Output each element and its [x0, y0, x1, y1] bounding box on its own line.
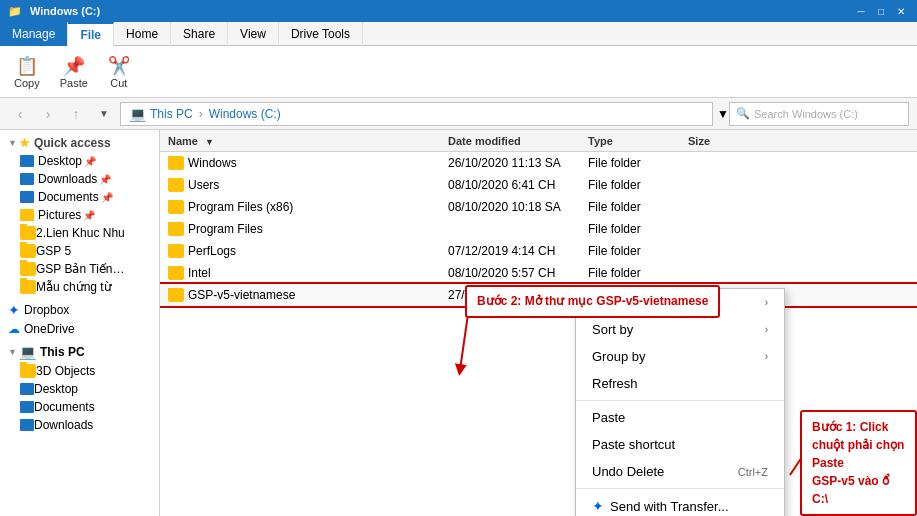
file-list-header: Name ▼ Date modified Type Size: [160, 130, 917, 152]
ctx-sep-2: [576, 488, 784, 489]
tab-manage[interactable]: Manage: [0, 22, 68, 46]
path-dropdown-btn[interactable]: ▼: [717, 107, 725, 121]
sidebar-downloads-2-label: Downloads: [34, 418, 93, 432]
type-intel: File folder: [584, 266, 684, 280]
file-row-windows[interactable]: Windows 26/10/2020 11:13 SA File folder: [160, 152, 917, 174]
sidebar-gsp-ban-label: GSP Bản Tiếng V: [36, 262, 126, 276]
col-header-date[interactable]: Date modified: [444, 135, 584, 147]
path-arrow-1: ›: [199, 107, 203, 121]
documents-icon: [20, 191, 34, 203]
sidebar-desktop-1[interactable]: Desktop 📌: [0, 152, 159, 170]
ctx-sort-by[interactable]: Sort by ›: [576, 316, 784, 343]
minimize-button[interactable]: ─: [853, 3, 869, 19]
ribbon-btn-paste[interactable]: 📌 Paste: [54, 53, 94, 91]
address-bar: ‹ › ↑ ▼ 💻 This PC › Windows (C:) ▼ 🔍 Sea…: [0, 98, 917, 130]
ctx-undo-shortcut: Ctrl+Z: [738, 466, 768, 478]
file-row-programfiles[interactable]: Program Files File folder: [160, 218, 917, 240]
downloads-icon-2: [20, 419, 34, 431]
folder-icon: [168, 156, 184, 170]
sidebar-dropbox-label: Dropbox: [24, 303, 69, 317]
col-header-size[interactable]: Size: [684, 135, 764, 147]
sidebar-lien-khuc[interactable]: 2.Lien Khuc Nhu: [0, 224, 159, 242]
sidebar-downloads-1[interactable]: Downloads 📌: [0, 170, 159, 188]
type-pf: File folder: [584, 222, 684, 236]
sidebar-quick-access[interactable]: ▼ ★ Quick access: [0, 134, 159, 152]
tab-file[interactable]: File: [68, 22, 114, 46]
context-menu: View › Sort by › Group by › Refresh Past…: [575, 288, 785, 516]
pin-icon-1: 📌: [84, 156, 96, 167]
main-layout: ▼ ★ Quick access Desktop 📌 Downloads 📌 D…: [0, 130, 917, 516]
tab-drive-tools[interactable]: Drive Tools: [279, 22, 363, 46]
folder-icon-gsp: [168, 288, 184, 302]
recent-locations-button[interactable]: ▼: [92, 102, 116, 126]
desktop-icon-2: [20, 383, 34, 395]
maximize-button[interactable]: □: [873, 3, 889, 19]
search-box[interactable]: 🔍 Search Windows (C:): [729, 102, 909, 126]
ribbon-btn-cut[interactable]: ✂️ Cut: [102, 53, 136, 91]
folder-icon-gspban: [20, 262, 36, 276]
folder-icon-lk: [20, 226, 36, 240]
right-panel: Name ▼ Date modified Type Size Windows 2…: [160, 130, 917, 516]
sidebar-mau-chung[interactable]: Mẫu chứng từ: [0, 278, 159, 296]
ctx-send-transfer[interactable]: ✦ Send with Transfer...: [576, 492, 784, 516]
tab-view[interactable]: View: [228, 22, 279, 46]
ctx-sep-1: [576, 400, 784, 401]
close-button[interactable]: ✕: [893, 3, 909, 19]
path-this-pc: This PC: [150, 107, 193, 121]
desktop-icon: [20, 155, 34, 167]
col-header-type[interactable]: Type: [584, 135, 684, 147]
back-button[interactable]: ‹: [8, 102, 32, 126]
left-panel: ▼ ★ Quick access Desktop 📌 Downloads 📌 D…: [0, 130, 160, 516]
file-row-users[interactable]: Users 08/10/2020 6:41 CH File folder: [160, 174, 917, 196]
sidebar-downloads-2[interactable]: Downloads: [0, 416, 159, 434]
up-button[interactable]: ↑: [64, 102, 88, 126]
file-row-intel[interactable]: Intel 08/10/2020 5:57 CH File folder: [160, 262, 917, 284]
ribbon-btn-copy[interactable]: 📋 Copy: [8, 53, 46, 91]
ctx-group-arrow: ›: [765, 351, 768, 362]
date-windows: 26/10/2020 11:13 SA: [444, 156, 584, 170]
sidebar-this-pc[interactable]: ▼ 💻 This PC: [0, 342, 159, 362]
sidebar-pictures-1-label: Pictures: [38, 208, 81, 222]
sidebar-lien-khuc-label: 2.Lien Khuc Nhu: [36, 226, 125, 240]
ctx-undo-delete[interactable]: Undo Delete Ctrl+Z: [576, 458, 784, 485]
folder-icon: [168, 178, 184, 192]
callout-buoc1: Bước 1: Click chuột phải chọn PasteGSP-v…: [800, 410, 917, 516]
sidebar-gsp5[interactable]: GSP 5: [0, 242, 159, 260]
sidebar-dropbox[interactable]: ✦ Dropbox: [0, 300, 159, 320]
sidebar-onedrive[interactable]: ☁ OneDrive: [0, 320, 159, 338]
folder-icon-3d: [20, 364, 36, 378]
folder-icon: [168, 244, 184, 258]
ctx-paste[interactable]: Paste: [576, 404, 784, 431]
sidebar-3d-label: 3D Objects: [36, 364, 95, 378]
sidebar-documents-2[interactable]: Documents: [0, 398, 159, 416]
tab-share[interactable]: Share: [171, 22, 228, 46]
file-row-perflogs[interactable]: PerfLogs 07/12/2019 4:14 CH File folder: [160, 240, 917, 262]
ribbon-commands: 📋 Copy 📌 Paste ✂️ Cut: [0, 46, 917, 98]
type-pf-x86: File folder: [584, 200, 684, 214]
type-windows: File folder: [584, 156, 684, 170]
pictures-icon: [20, 209, 34, 221]
folder-icon: [168, 222, 184, 236]
address-path[interactable]: 💻 This PC › Windows (C:): [120, 102, 713, 126]
path-windows-c: Windows (C:): [209, 107, 281, 121]
sidebar-documents-1-label: Documents: [38, 190, 99, 204]
pin-icon-3: 📌: [101, 192, 113, 203]
sidebar-gsp5-label: GSP 5: [36, 244, 71, 258]
col-header-name[interactable]: Name ▼: [164, 135, 444, 147]
file-row-programfiles-x86[interactable]: Program Files (x86) 08/10/2020 10:18 SA …: [160, 196, 917, 218]
dropbox-icon: ✦: [592, 498, 604, 514]
sidebar-pictures-1[interactable]: Pictures 📌: [0, 206, 159, 224]
ctx-paste-shortcut[interactable]: Paste shortcut: [576, 431, 784, 458]
folder-icon-mau: [20, 280, 36, 294]
ctx-group-by[interactable]: Group by ›: [576, 343, 784, 370]
sidebar-gsp-ban[interactable]: GSP Bản Tiếng V: [0, 260, 159, 278]
forward-button[interactable]: ›: [36, 102, 60, 126]
date-pf-x86: 08/10/2020 10:18 SA: [444, 200, 584, 214]
tab-home[interactable]: Home: [114, 22, 171, 46]
sidebar-3d-objects[interactable]: 3D Objects: [0, 362, 159, 380]
date-intel: 08/10/2020 5:57 CH: [444, 266, 584, 280]
sidebar-desktop-1-label: Desktop: [38, 154, 82, 168]
sidebar-documents-1[interactable]: Documents 📌: [0, 188, 159, 206]
sidebar-desktop-2[interactable]: Desktop: [0, 380, 159, 398]
ctx-refresh[interactable]: Refresh: [576, 370, 784, 397]
